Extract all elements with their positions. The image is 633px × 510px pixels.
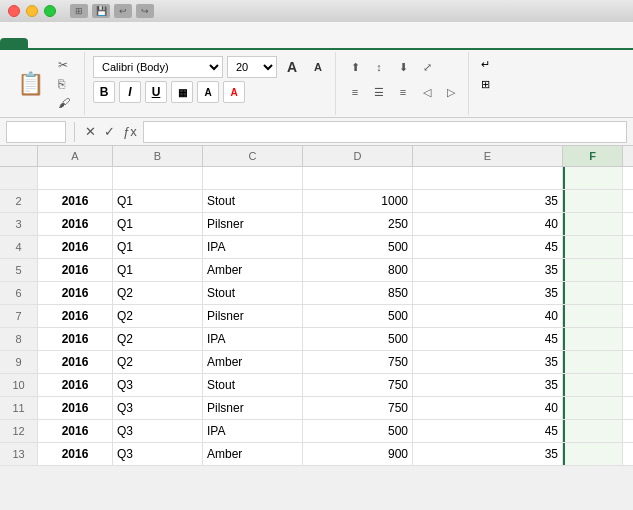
cell-e3[interactable]: 40	[413, 213, 563, 235]
cell-c6[interactable]: Stout	[203, 282, 303, 304]
align-right-button[interactable]: ≡	[392, 81, 414, 103]
tab-page-layout[interactable]	[56, 38, 84, 48]
cell-f4[interactable]	[563, 236, 623, 258]
cell-f5[interactable]	[563, 259, 623, 281]
col-header-a[interactable]: A	[38, 146, 113, 166]
minimize-button[interactable]	[26, 5, 38, 17]
merge-cells-button[interactable]: ⊞	[477, 76, 498, 93]
cell-e7[interactable]: 40	[413, 305, 563, 327]
insert-function-icon[interactable]: ƒx	[121, 122, 139, 141]
cell-d2[interactable]: 1000	[303, 190, 413, 212]
cell-f13[interactable]	[563, 443, 623, 465]
cell-a3[interactable]: 2016	[38, 213, 113, 235]
cell-f11[interactable]	[563, 397, 623, 419]
fill-color-button[interactable]: A	[197, 81, 219, 103]
italic-button[interactable]: I	[119, 81, 141, 103]
cell-c9[interactable]: Amber	[203, 351, 303, 373]
font-shrink-button[interactable]: A	[307, 56, 329, 78]
cell-d10[interactable]: 750	[303, 374, 413, 396]
cell-e2[interactable]: 35	[413, 190, 563, 212]
cancel-formula-icon[interactable]: ✕	[83, 122, 98, 141]
cell-a5[interactable]: 2016	[38, 259, 113, 281]
cell-f12[interactable]	[563, 420, 623, 442]
cell-b13[interactable]: Q3	[113, 443, 203, 465]
cell-c8[interactable]: IPA	[203, 328, 303, 350]
cell-d9[interactable]: 750	[303, 351, 413, 373]
cell-a7[interactable]: 2016	[38, 305, 113, 327]
cell-d7[interactable]: 500	[303, 305, 413, 327]
tab-insert[interactable]	[28, 38, 56, 48]
cell-a12[interactable]: 2016	[38, 420, 113, 442]
bold-button[interactable]: B	[93, 81, 115, 103]
cell-b9[interactable]: Q2	[113, 351, 203, 373]
cell-e1[interactable]	[413, 167, 563, 189]
tab-review[interactable]	[140, 38, 168, 48]
cell-b11[interactable]: Q3	[113, 397, 203, 419]
align-top-button[interactable]: ⬆	[344, 56, 366, 78]
cell-d5[interactable]: 800	[303, 259, 413, 281]
cell-b4[interactable]: Q1	[113, 236, 203, 258]
border-button[interactable]: ▦	[171, 81, 193, 103]
cell-b8[interactable]: Q2	[113, 328, 203, 350]
grid-icon[interactable]: ⊞	[70, 4, 88, 18]
cell-d11[interactable]: 750	[303, 397, 413, 419]
tab-data[interactable]	[112, 38, 140, 48]
cut-button[interactable]: ✂	[54, 56, 78, 74]
cell-f2[interactable]	[563, 190, 623, 212]
align-center-button[interactable]: ☰	[368, 81, 390, 103]
cell-d12[interactable]: 500	[303, 420, 413, 442]
cell-a9[interactable]: 2016	[38, 351, 113, 373]
tab-home[interactable]	[0, 38, 28, 48]
align-bottom-button[interactable]: ⬇	[392, 56, 414, 78]
cell-b10[interactable]: Q3	[113, 374, 203, 396]
cell-f3[interactable]	[563, 213, 623, 235]
cell-reference-box[interactable]	[6, 121, 66, 143]
cell-f1[interactable]	[563, 167, 623, 189]
underline-button[interactable]: U	[145, 81, 167, 103]
cell-b7[interactable]: Q2	[113, 305, 203, 327]
wrap-text-button[interactable]: ↵	[477, 56, 498, 73]
cell-e5[interactable]: 35	[413, 259, 563, 281]
cell-e10[interactable]: 35	[413, 374, 563, 396]
cell-c7[interactable]: Pilsner	[203, 305, 303, 327]
tab-view[interactable]	[168, 38, 196, 48]
cell-f10[interactable]	[563, 374, 623, 396]
col-header-c[interactable]: C	[203, 146, 303, 166]
cell-d13[interactable]: 900	[303, 443, 413, 465]
col-header-b[interactable]: B	[113, 146, 203, 166]
save-icon[interactable]: 💾	[92, 4, 110, 18]
cell-a6[interactable]: 2016	[38, 282, 113, 304]
align-left-button[interactable]: ≡	[344, 81, 366, 103]
cell-f8[interactable]	[563, 328, 623, 350]
cell-d1[interactable]	[303, 167, 413, 189]
redo-icon[interactable]: ↪	[136, 4, 154, 18]
close-button[interactable]	[8, 5, 20, 17]
cell-a2[interactable]: 2016	[38, 190, 113, 212]
copy-button[interactable]: ⎘	[54, 75, 78, 93]
cell-f9[interactable]	[563, 351, 623, 373]
cell-e4[interactable]: 45	[413, 236, 563, 258]
undo-icon[interactable]: ↩	[114, 4, 132, 18]
cell-c2[interactable]: Stout	[203, 190, 303, 212]
cell-e8[interactable]: 45	[413, 328, 563, 350]
cell-c13[interactable]: Amber	[203, 443, 303, 465]
confirm-formula-icon[interactable]: ✓	[102, 122, 117, 141]
cell-e13[interactable]: 35	[413, 443, 563, 465]
cell-c3[interactable]: Pilsner	[203, 213, 303, 235]
cell-b6[interactable]: Q2	[113, 282, 203, 304]
col-header-d[interactable]: D	[303, 146, 413, 166]
cell-e12[interactable]: 45	[413, 420, 563, 442]
cell-a11[interactable]: 2016	[38, 397, 113, 419]
cell-b12[interactable]: Q3	[113, 420, 203, 442]
cell-d8[interactable]: 500	[303, 328, 413, 350]
cell-c10[interactable]: Stout	[203, 374, 303, 396]
cell-c5[interactable]: Amber	[203, 259, 303, 281]
cell-c4[interactable]: IPA	[203, 236, 303, 258]
font-grow-button[interactable]: A	[281, 56, 303, 78]
cell-b5[interactable]: Q1	[113, 259, 203, 281]
format-button[interactable]: 🖌	[54, 94, 78, 112]
maximize-button[interactable]	[44, 5, 56, 17]
cell-d4[interactable]: 500	[303, 236, 413, 258]
cell-b3[interactable]: Q1	[113, 213, 203, 235]
font-color-button[interactable]: A	[223, 81, 245, 103]
